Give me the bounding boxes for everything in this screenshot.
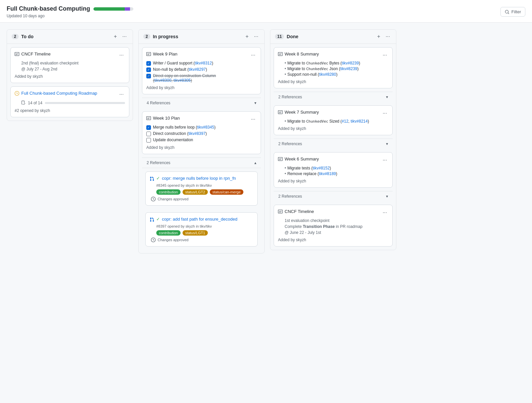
cncf-meta: Added by Added by skyzhskyzh: [15, 74, 125, 79]
week6-title-row: Week 6 Summary: [278, 156, 319, 162]
link-8312[interactable]: tikv#8312: [195, 61, 212, 65]
link-8189[interactable]: tikv#8189: [319, 171, 336, 176]
week7-header: Week 7 Summary ···: [278, 110, 388, 117]
checklist-item-8345: Merge nulls before loop (tikv#8345): [146, 125, 257, 130]
issue-in-progress-icon: [15, 91, 19, 97]
tag-lgt1-8397: status/LGT1: [183, 230, 208, 236]
card-week10: Week 10 Plan ··· Merge nulls before loop…: [142, 111, 261, 154]
pr-card-8345: ✓ copr: merge nulls before loop in rpn_f…: [145, 171, 258, 206]
note-icon: [15, 52, 19, 57]
link-8239-json[interactable]: tikv#8239: [340, 66, 357, 71]
cncf-done-title-row: CNCF Timeline: [278, 209, 314, 215]
more-menu-cncf[interactable]: ···: [118, 51, 125, 59]
week8-meta: Added by skyzh: [278, 79, 388, 84]
link-8300[interactable]: tikv#8300: [154, 78, 171, 83]
changes-approved-8397: Changes approved: [151, 236, 253, 242]
more-menu-week6[interactable]: ···: [381, 156, 388, 164]
more-menu-roadmap[interactable]: ···: [118, 91, 125, 98]
card-week8: Week 8 Summary ··· • Migrate to ChunkedV…: [274, 47, 393, 88]
more-menu-week9[interactable]: ···: [250, 51, 257, 59]
card-week9: Week 9 Plan ··· Writer / Guard support (…: [142, 47, 261, 94]
pr-tags-8397: contribution status/LGT1: [156, 230, 253, 236]
week10-checklist: Merge nulls before loop (tikv#8345) Dire…: [146, 125, 257, 143]
pr-icon-8397: [150, 217, 154, 223]
week7-title-row: Week 7 Summary: [278, 110, 319, 116]
link-8345[interactable]: tikv#8345: [197, 125, 214, 130]
link-8297[interactable]: tikv#8297: [189, 67, 205, 72]
cncf-done-desc1: 1st evaluation checkpoint: [285, 218, 388, 223]
done-count: 11: [275, 34, 284, 39]
cncf-done-desc3: @ June 22 - July 1st: [285, 230, 388, 235]
add-card-todo[interactable]: +: [112, 33, 118, 40]
card-week7: Week 7 Summary ··· • Migrate to ChunkedV…: [274, 105, 393, 135]
progress-title: In progress: [153, 34, 178, 39]
column-header-done: 11 Done + ···: [270, 30, 396, 44]
more-menu-week8[interactable]: ···: [381, 51, 388, 59]
search-button[interactable]: Filter: [500, 7, 525, 17]
week8-ref-label: 2 References: [278, 95, 302, 99]
week9-references-bar[interactable]: 4 References ▾: [142, 98, 261, 108]
pr-title-8397[interactable]: copr: add fast path for ensure_decoded: [162, 217, 237, 222]
more-menu-progress[interactable]: ···: [253, 33, 260, 40]
week9-title: Week 9 Plan: [153, 51, 177, 56]
pr-meta-8345: #8345 opened by skyzh in tikv/tikv: [156, 183, 253, 187]
cncf-done-header: CNCF Timeline ···: [278, 209, 388, 216]
tag-contribution-8397: contribution: [156, 230, 181, 236]
chevron-up-icon: ▴: [254, 160, 256, 165]
add-card-done[interactable]: +: [376, 33, 381, 40]
tag-lgt2-8345: status/LGT2: [183, 189, 208, 195]
more-menu-cncf-done[interactable]: ···: [381, 209, 388, 216]
done-title: Done: [287, 34, 298, 39]
todo-count: 2: [12, 34, 19, 39]
column-actions-todo: + ···: [112, 33, 128, 40]
week7-references-bar[interactable]: 2 References ▾: [274, 139, 393, 149]
link-8305[interactable]: tikv#8305: [174, 78, 191, 83]
roadmap-meta: #2 opened by skyzh: [15, 108, 125, 113]
checkbox-doc: [146, 138, 151, 143]
column-in-progress: 2 In progress + ··· Week 9 Plan ···: [138, 29, 265, 253]
week6-title: Week 6 Summary: [285, 156, 319, 161]
todo-title: To do: [21, 34, 34, 39]
note-icon-week8: [278, 52, 283, 57]
chevron-down-icon-week6: ▾: [386, 194, 388, 199]
link-12[interactable]: #12: [342, 119, 348, 124]
pr-tags-8345: contribution status/LGT2 status/can-merg…: [156, 189, 253, 195]
checkbox-8312: [146, 61, 151, 66]
pr-title-8345[interactable]: copr: merge nulls before loop in rpn_fn: [162, 176, 236, 181]
column-header-left: 2 To do: [12, 34, 34, 39]
more-menu-week7[interactable]: ···: [381, 110, 388, 117]
week10-header: Week 10 Plan ···: [146, 116, 257, 123]
cncf-title: CNCF Timeline: [21, 51, 51, 56]
week8-references-bar[interactable]: 2 References ▾: [274, 92, 393, 102]
week9-title-row: Week 9 Plan: [146, 51, 177, 57]
link-8280[interactable]: tikv#8280: [319, 72, 336, 77]
week8-bullets: • Migrate to ChunkedVec Bytes (tikv#8239…: [285, 61, 388, 77]
roadmap-progress-row: 14 of 14: [21, 100, 125, 106]
more-menu-done[interactable]: ···: [384, 33, 391, 40]
card-header-roadmap: Full Chunk-based Computing Roadmap ···: [15, 91, 125, 98]
checklist-item-8312: Writer / Guard support (tikv#8312): [146, 61, 257, 66]
roadmap-title[interactable]: Full Chunk-based Computing Roadmap: [21, 91, 97, 96]
roadmap-progress-fill: [45, 102, 125, 104]
link-8239-bytes[interactable]: tikv#8239: [342, 61, 359, 65]
progress-remaining: [125, 7, 130, 11]
link-8214[interactable]: tikv#8214: [351, 119, 368, 124]
progress-bar: [93, 7, 133, 11]
link-8152[interactable]: tikv#8152: [313, 166, 330, 170]
more-menu-week10[interactable]: ···: [250, 116, 257, 123]
bullet-8239-bytes: • Migrate to ChunkedVec Bytes (tikv#8239…: [285, 61, 388, 65]
tag-contribution-8345: contribution: [156, 189, 181, 195]
week6-references-bar[interactable]: 2 References ▾: [274, 191, 393, 201]
note-icon-cncf-done: [278, 209, 283, 215]
progress-count: 2: [143, 34, 150, 39]
week9-meta: Added by skyzh: [146, 85, 257, 90]
week10-references-bar[interactable]: 2 References ▴: [142, 157, 261, 168]
week8-title: Week 8 Summary: [285, 51, 319, 56]
pr-icon-8345: [150, 176, 154, 182]
link-8397[interactable]: tikv#8397: [189, 131, 205, 136]
cncf-done-title: CNCF Timeline: [285, 209, 314, 214]
more-menu-todo[interactable]: ···: [121, 33, 128, 40]
cncf-desc1: 2nd (final) evaluation checkpoint: [21, 61, 125, 65]
add-card-progress[interactable]: +: [244, 33, 250, 40]
changes-approved-label-8345: Changes approved: [158, 197, 189, 201]
